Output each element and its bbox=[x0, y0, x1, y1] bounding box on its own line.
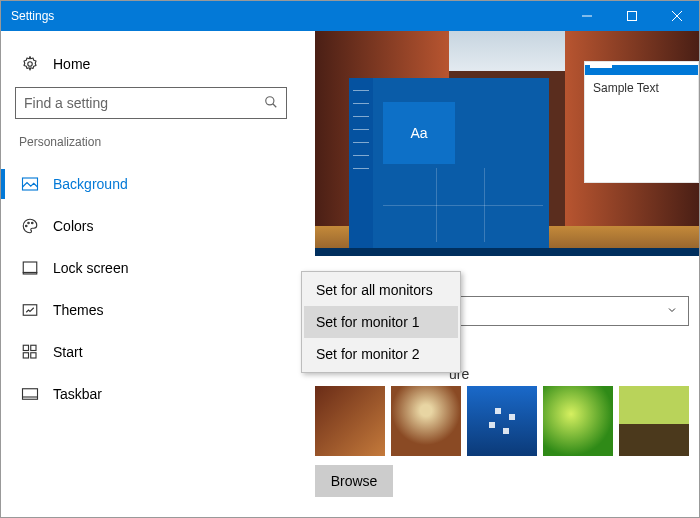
thumbnail-5[interactable] bbox=[619, 386, 689, 456]
search-icon bbox=[264, 95, 278, 112]
svg-rect-1 bbox=[627, 12, 636, 21]
svg-point-5 bbox=[266, 96, 274, 104]
context-menu: Set for all monitors Set for monitor 1 S… bbox=[301, 271, 461, 373]
nav-list: Background Colors Lock screen Themes Sta… bbox=[15, 163, 287, 415]
home-nav[interactable]: Home bbox=[15, 47, 287, 87]
preview-start-menu: Aa bbox=[349, 78, 549, 248]
sidebar-item-colors[interactable]: Colors bbox=[15, 205, 287, 247]
maximize-icon bbox=[627, 11, 637, 21]
maximize-button[interactable] bbox=[609, 1, 654, 31]
desktop-preview: Aa Sample Text bbox=[315, 31, 699, 256]
context-set-all-monitors[interactable]: Set for all monitors bbox=[304, 274, 458, 306]
close-button[interactable] bbox=[654, 1, 699, 31]
sidebar-item-background[interactable]: Background bbox=[15, 163, 287, 205]
browse-button[interactable]: Browse bbox=[315, 465, 393, 497]
search-input[interactable]: Find a setting bbox=[15, 87, 287, 119]
sidebar-item-label: Background bbox=[53, 176, 128, 192]
svg-point-8 bbox=[26, 225, 28, 227]
sidebar-item-label: Colors bbox=[53, 218, 93, 234]
window-body: Home Find a setting Personalization Back… bbox=[1, 31, 699, 517]
svg-rect-16 bbox=[23, 353, 28, 358]
thumbnail-3[interactable] bbox=[467, 386, 537, 456]
context-item-label: Set for monitor 2 bbox=[316, 346, 420, 362]
window-title: Settings bbox=[11, 9, 564, 23]
svg-point-4 bbox=[28, 62, 33, 67]
home-label: Home bbox=[53, 56, 90, 72]
startgrid-icon bbox=[21, 343, 39, 361]
sidebar-item-label: Lock screen bbox=[53, 260, 128, 276]
thumbnail-2[interactable] bbox=[391, 386, 461, 456]
pencilframe-icon bbox=[21, 301, 39, 319]
context-set-monitor-2[interactable]: Set for monitor 2 bbox=[304, 338, 458, 370]
close-icon bbox=[672, 11, 682, 21]
picture-icon bbox=[21, 175, 39, 193]
svg-rect-12 bbox=[23, 273, 37, 275]
minimize-icon bbox=[582, 11, 592, 21]
preview-sample-window: Sample Text bbox=[584, 61, 699, 183]
svg-rect-17 bbox=[31, 353, 36, 358]
palette-icon bbox=[21, 217, 39, 235]
minimize-button[interactable] bbox=[564, 1, 609, 31]
thumbnail-4[interactable] bbox=[543, 386, 613, 456]
lockframe-icon bbox=[21, 259, 39, 277]
context-item-label: Set for all monitors bbox=[316, 282, 433, 298]
svg-point-10 bbox=[32, 222, 34, 224]
svg-rect-18 bbox=[23, 389, 38, 400]
taskbar-icon bbox=[21, 385, 39, 403]
svg-rect-15 bbox=[31, 345, 36, 350]
background-type-dropdown[interactable] bbox=[435, 296, 689, 326]
sidebar: Home Find a setting Personalization Back… bbox=[1, 31, 301, 517]
svg-rect-14 bbox=[23, 345, 28, 350]
browse-label: Browse bbox=[331, 473, 378, 489]
content-pane: Aa Sample Text ure bbox=[301, 31, 699, 517]
preview-tile-text: Aa bbox=[383, 102, 455, 164]
context-set-monitor-1[interactable]: Set for monitor 1 bbox=[304, 306, 458, 338]
picture-thumbnails bbox=[315, 386, 689, 456]
sidebar-item-label: Start bbox=[53, 344, 83, 360]
sidebar-item-start[interactable]: Start bbox=[15, 331, 287, 373]
thumbnail-1[interactable] bbox=[315, 386, 385, 456]
search-placeholder: Find a setting bbox=[24, 95, 264, 111]
sidebar-item-themes[interactable]: Themes bbox=[15, 289, 287, 331]
sidebar-item-taskbar[interactable]: Taskbar bbox=[15, 373, 287, 415]
preview-sample-text: Sample Text bbox=[585, 75, 698, 101]
svg-rect-11 bbox=[23, 262, 37, 273]
svg-point-9 bbox=[28, 222, 30, 224]
window-controls bbox=[564, 1, 699, 31]
gear-icon bbox=[21, 55, 39, 73]
titlebar: Settings bbox=[1, 1, 699, 31]
sidebar-item-label: Themes bbox=[53, 302, 104, 318]
settings-window: Settings Home Find a setting Personaliza… bbox=[0, 0, 700, 518]
svg-rect-13 bbox=[23, 305, 37, 316]
category-label: Personalization bbox=[15, 135, 287, 163]
sidebar-item-lockscreen[interactable]: Lock screen bbox=[15, 247, 287, 289]
chevron-down-icon bbox=[666, 303, 678, 319]
context-item-label: Set for monitor 1 bbox=[316, 314, 420, 330]
svg-line-6 bbox=[273, 103, 277, 107]
sidebar-item-label: Taskbar bbox=[53, 386, 102, 402]
